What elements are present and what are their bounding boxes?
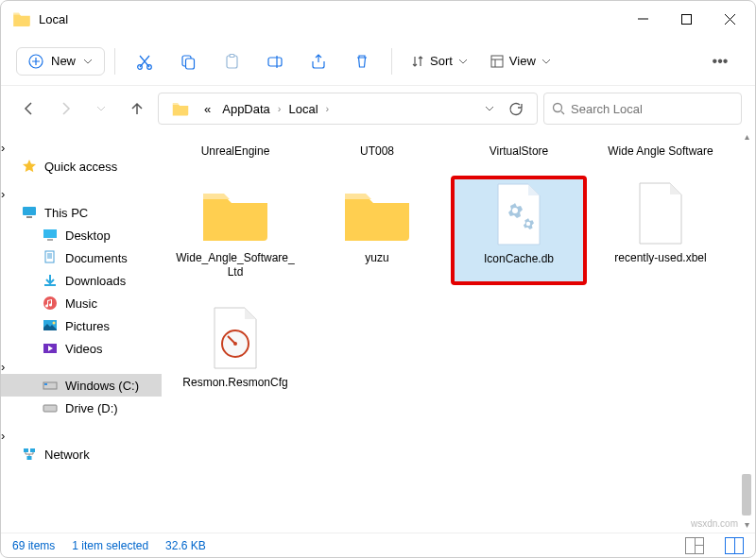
svg-rect-14 xyxy=(47,239,53,241)
folder-item[interactable]: UT008 xyxy=(311,141,443,159)
back-button[interactable] xyxy=(14,93,44,124)
svg-rect-9 xyxy=(491,56,503,67)
share-button[interactable] xyxy=(299,44,338,78)
vertical-scrollbar[interactable]: ▴ ▾ xyxy=(740,131,753,533)
sidebar-item-downloads[interactable]: Downloads xyxy=(1,269,162,292)
window-title: Local xyxy=(39,12,621,26)
desktop-icon xyxy=(43,228,58,243)
file-icon xyxy=(618,181,703,247)
view-icon xyxy=(490,55,504,68)
status-bar: 69 items 1 item selected 32.6 KB xyxy=(1,533,755,557)
content-pane: UnrealEngine UT008 VirtualStore Wide Ang… xyxy=(162,131,755,533)
sidebar-item-pictures[interactable]: Pictures xyxy=(1,314,162,337)
search-input[interactable] xyxy=(571,102,733,116)
forward-button[interactable] xyxy=(50,93,80,124)
folder-icon xyxy=(172,101,189,116)
address-bar[interactable]: « AppData › Local › xyxy=(158,93,538,125)
copy-button[interactable] xyxy=(168,44,208,78)
search-box[interactable] xyxy=(543,93,742,125)
file-item-iconcache[interactable]: IconCache.db xyxy=(453,178,585,283)
chevron-down-icon[interactable]: › xyxy=(1,187,5,201)
folder-item[interactable]: UnrealEngine xyxy=(169,141,301,159)
folder-item[interactable]: VirtualStore xyxy=(453,141,585,159)
status-item-count: 69 items xyxy=(12,539,55,552)
svg-point-17 xyxy=(43,296,57,310)
folder-icon xyxy=(335,181,420,247)
sidebar-item-drive-c[interactable]: Windows (C:) xyxy=(1,374,162,397)
search-icon xyxy=(552,102,565,115)
rename-button[interactable] xyxy=(255,44,295,78)
chevron-right-icon[interactable]: › xyxy=(1,360,5,374)
sidebar-item-videos[interactable]: Videos xyxy=(1,337,162,360)
downloads-icon xyxy=(43,273,58,288)
sidebar-item-network[interactable]: Network xyxy=(1,443,162,465)
sidebar-item-desktop[interactable]: Desktop xyxy=(1,224,162,246)
minimize-button[interactable] xyxy=(621,4,664,34)
sidebar-item-music[interactable]: Music xyxy=(1,292,162,314)
folder-item[interactable]: Wide_Angle_Software_Ltd xyxy=(169,178,301,283)
svg-rect-16 xyxy=(44,284,56,286)
up-button[interactable] xyxy=(122,93,152,124)
crumb-prefix: « xyxy=(200,100,215,118)
sidebar-item-documents[interactable]: Documents xyxy=(1,246,162,269)
refresh-button[interactable] xyxy=(499,93,531,124)
sort-button[interactable]: Sort xyxy=(402,48,477,74)
gauge-file-icon xyxy=(193,306,278,372)
recent-button[interactable] xyxy=(86,93,116,124)
file-item[interactable]: recently-used.xbel xyxy=(594,178,727,283)
svg-point-19 xyxy=(53,322,56,325)
crumb-current[interactable]: Local xyxy=(285,100,322,118)
paste-button[interactable] xyxy=(212,44,251,78)
status-size: 32.6 KB xyxy=(165,539,206,552)
sidebar-item-quick-access[interactable]: Quick access xyxy=(1,155,162,178)
more-button[interactable]: ••• xyxy=(700,44,740,78)
crumb-parent[interactable]: AppData xyxy=(218,100,274,118)
separator xyxy=(391,48,392,75)
svg-rect-25 xyxy=(24,448,28,452)
folder-item[interactable]: yuzu xyxy=(311,178,443,283)
delete-button[interactable] xyxy=(342,44,382,78)
svg-rect-15 xyxy=(45,251,54,262)
svg-rect-8 xyxy=(268,58,282,66)
svg-rect-11 xyxy=(23,207,36,215)
plus-icon xyxy=(28,54,43,69)
svg-rect-12 xyxy=(26,216,32,218)
thumbnails-view-toggle[interactable] xyxy=(725,537,744,554)
close-button[interactable] xyxy=(708,4,751,34)
svg-rect-5 xyxy=(186,59,195,69)
svg-rect-23 xyxy=(44,383,47,385)
videos-icon xyxy=(43,341,58,356)
chevron-down-icon xyxy=(541,57,551,66)
titlebar: Local xyxy=(1,1,755,37)
svg-point-28 xyxy=(512,208,518,213)
folder-item[interactable]: Wide Angle Software xyxy=(594,141,727,159)
svg-rect-27 xyxy=(27,456,32,460)
view-button[interactable]: View xyxy=(481,48,560,74)
cut-button[interactable] xyxy=(125,44,164,78)
network-icon xyxy=(22,447,37,462)
svg-point-10 xyxy=(554,104,562,112)
sidebar-item-drive-d[interactable]: Drive (D:) xyxy=(1,397,162,419)
scroll-thumb[interactable] xyxy=(742,474,751,516)
chevron-right-icon[interactable]: › xyxy=(1,141,5,155)
scroll-up-icon[interactable]: ▴ xyxy=(740,131,753,144)
svg-point-29 xyxy=(526,222,530,226)
toolbar: New Sort View ••• xyxy=(1,37,755,86)
settings-file-icon xyxy=(476,182,561,248)
star-icon xyxy=(22,159,37,174)
item-row: Resmon.ResmonCfg xyxy=(162,293,755,403)
scroll-down-icon[interactable]: ▾ xyxy=(740,519,753,533)
new-button[interactable]: New xyxy=(16,47,105,76)
sidebar-item-this-pc[interactable]: This PC xyxy=(1,201,162,224)
explorer-window: Local New Sort View ••• xyxy=(0,0,756,558)
file-item[interactable]: Resmon.ResmonCfg xyxy=(169,302,301,394)
chevron-down-icon xyxy=(83,57,93,66)
maximize-button[interactable] xyxy=(664,4,708,34)
details-view-toggle[interactable] xyxy=(685,537,704,554)
navigation-row: « AppData › Local › xyxy=(1,86,755,131)
drive-icon xyxy=(43,400,58,415)
item-row: Wide_Angle_Software_Ltd yuzu IconCache.d… xyxy=(162,168,755,293)
chevron-down-icon[interactable] xyxy=(484,103,495,114)
chevron-right-icon[interactable]: › xyxy=(1,429,5,443)
folder-icon xyxy=(12,11,31,26)
